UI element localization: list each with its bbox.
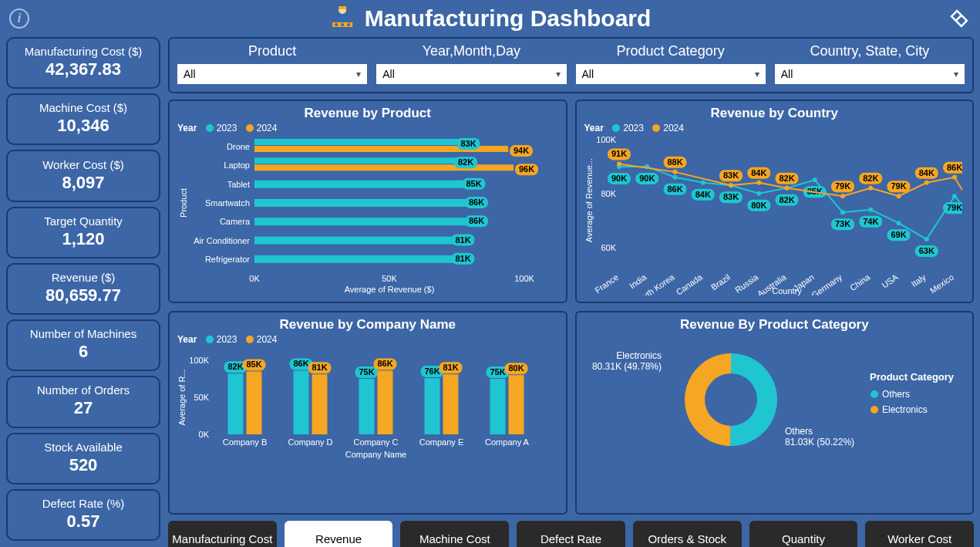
svg-text:100K: 100K	[514, 274, 534, 283]
filter-dropdown[interactable]: All▾	[576, 64, 766, 84]
kpi-card[interactable]: Revenue ($)80,659.77	[6, 263, 160, 315]
svg-text:86K: 86K	[469, 198, 484, 207]
chevron-down-icon: ▾	[356, 69, 361, 79]
nav-tab[interactable]: Orders & Stock	[633, 521, 742, 547]
svg-text:81.03K (50.22%): 81.03K (50.22%)	[785, 437, 854, 447]
svg-text:Average of R...: Average of R...	[177, 369, 187, 425]
svg-text:86K: 86K	[377, 359, 392, 368]
svg-text:90K: 90K	[639, 174, 655, 183]
kpi-card[interactable]: Manufacturing Cost ($)42,367.83	[6, 37, 160, 89]
svg-text:79K: 79K	[891, 181, 906, 191]
svg-text:Average of Revenue ($): Average of Revenue ($)	[345, 285, 435, 294]
nav-tab[interactable]: Quantity	[749, 521, 858, 547]
kpi-value: 27	[11, 398, 156, 418]
svg-text:Company A: Company A	[485, 437, 530, 447]
kpi-card[interactable]: Machine Cost ($)10,346	[6, 93, 160, 145]
nav-tab[interactable]: Manufacturing Cost	[168, 521, 277, 547]
svg-rect-5	[338, 6, 346, 9]
svg-rect-6	[339, 14, 345, 22]
svg-rect-157	[312, 374, 328, 434]
svg-text:81K: 81K	[312, 363, 327, 372]
svg-point-75	[840, 210, 845, 214]
svg-line-8	[956, 15, 961, 21]
kpi-card[interactable]: Stock Available520	[6, 433, 160, 485]
chart-legend: Year 2023 2024	[177, 334, 558, 345]
kpi-value: 1,120	[11, 229, 156, 249]
kpi-card[interactable]: Worker Cost ($)8,097	[6, 150, 160, 201]
svg-text:69K: 69K	[891, 230, 906, 239]
filter-dropdown[interactable]: All▾	[775, 64, 965, 84]
legend-dot	[246, 336, 254, 343]
kpi-value: 42,367.83	[11, 59, 156, 79]
svg-text:81K: 81K	[443, 363, 458, 372]
svg-rect-28	[254, 199, 487, 207]
svg-point-102	[756, 181, 761, 185]
filter-dropdown[interactable]: All▾	[376, 64, 566, 84]
svg-text:Smartwatch: Smartwatch	[205, 198, 250, 208]
svg-text:Company C: Company C	[353, 437, 398, 447]
svg-text:Country: Country	[772, 286, 802, 295]
svg-text:80K: 80K	[751, 201, 766, 210]
svg-point-189	[871, 390, 878, 398]
chart-revenue-by-product: Revenue by Product Year 2023 2024Drone83…	[168, 100, 567, 303]
svg-point-120	[952, 175, 957, 180]
svg-point-3	[347, 23, 350, 26]
svg-text:84K: 84K	[918, 168, 934, 177]
svg-point-99	[729, 183, 733, 187]
svg-text:63K: 63K	[918, 246, 934, 255]
svg-rect-154	[294, 370, 309, 434]
svg-point-114	[896, 194, 901, 198]
svg-text:Electronics: Electronics	[882, 404, 928, 415]
svg-text:Air Conditioner: Air Conditioner	[194, 236, 250, 245]
chart-legend: Year 2023 2024	[177, 123, 558, 133]
kpi-card[interactable]: Target Quantity1,120	[6, 207, 160, 258]
filter-label: Product Category	[576, 43, 766, 59]
svg-text:81K: 81K	[455, 254, 470, 263]
chart-revenue-by-category: Revenue By Product Category Electronics8…	[575, 311, 975, 515]
kpi-value: 520	[11, 455, 156, 475]
svg-rect-17	[254, 157, 476, 164]
chart-title: Revenue by Country	[584, 106, 965, 121]
eraser-icon[interactable]	[948, 7, 971, 30]
svg-point-57	[672, 175, 677, 180]
svg-text:Tablet: Tablet	[227, 180, 250, 189]
kpi-label: Target Quantity	[11, 214, 156, 228]
svg-point-84	[924, 237, 928, 241]
svg-point-2	[341, 23, 344, 26]
svg-text:79K: 79K	[834, 181, 850, 191]
svg-text:Germany: Germany	[810, 272, 844, 295]
svg-rect-40	[254, 255, 473, 263]
legend-dot	[206, 124, 214, 132]
svg-point-93	[617, 161, 621, 166]
svg-rect-161	[359, 379, 375, 434]
kpi-card[interactable]: Defect Rate (%)0.57	[6, 489, 160, 541]
nav-tab[interactable]: Worker Cost	[865, 521, 974, 547]
svg-text:Others: Others	[882, 389, 910, 400]
svg-point-81	[896, 221, 901, 225]
chart-revenue-by-country: Revenue by Country Year 2023 202460K80K1…	[575, 100, 975, 303]
svg-text:84K: 84K	[695, 190, 710, 199]
svg-text:50K: 50K	[382, 274, 397, 283]
svg-text:82K: 82K	[458, 157, 473, 167]
kpi-label: Machine Cost ($)	[11, 101, 156, 114]
svg-text:80K: 80K	[601, 189, 616, 198]
svg-text:0K: 0K	[249, 274, 260, 283]
svg-rect-10	[254, 139, 479, 145]
kpi-card[interactable]: Number of Machines6	[6, 319, 160, 371]
info-icon[interactable]: i	[9, 8, 29, 29]
svg-text:50K: 50K	[194, 393, 209, 402]
svg-text:83K: 83K	[722, 192, 738, 201]
svg-text:Italy: Italy	[909, 272, 928, 289]
nav-tab[interactable]: Defect Rate	[517, 521, 625, 547]
nav-tab[interactable]: Machine Cost	[400, 521, 509, 547]
svg-text:85K: 85K	[246, 360, 261, 369]
kpi-card[interactable]: Number of Orders27	[6, 376, 160, 427]
svg-point-105	[784, 186, 789, 191]
svg-text:Refrigerator: Refrigerator	[205, 255, 250, 264]
kpi-label: Number of Machines	[11, 327, 156, 340]
nav-tab[interactable]: Revenue	[285, 521, 393, 547]
filter-dropdown[interactable]: All▾	[177, 64, 367, 84]
svg-text:60K: 60K	[601, 243, 616, 252]
svg-point-191	[871, 406, 878, 414]
svg-text:90K: 90K	[611, 174, 626, 183]
